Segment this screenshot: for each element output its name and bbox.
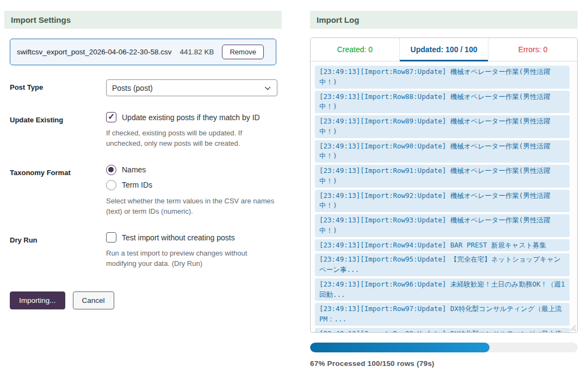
import-button[interactable]: Importing... (10, 291, 65, 309)
radio-label: Term IDs (122, 181, 152, 189)
import-page: Import Settings swiftcsv_export_post_202… (0, 0, 588, 368)
dry-run-checkbox-label: Test import without creating posts (122, 233, 235, 242)
import-settings-form: Post Type Posts (post) Update Existing U… (4, 79, 282, 269)
remove-file-button[interactable]: Remove (222, 45, 263, 59)
taxonomy-format-label: Taxonomy Format (10, 165, 106, 217)
tab-updated[interactable]: Updated: 100 / 100 (400, 38, 489, 61)
log-entry: [23:49:13][Import:Row94:Update] BAR PRES… (315, 239, 570, 252)
import-settings-panel: Import Settings swiftcsv_export_post_202… (4, 11, 282, 368)
file-size: 441.82 KB (180, 48, 214, 56)
radio-label: Names (122, 165, 146, 174)
taxonomy-format-description: Select whether the term values in the CS… (106, 196, 276, 217)
radio-button[interactable] (106, 165, 116, 175)
log-entry: [23:49:13][Import:Row93:Update] 機械オペレーター… (315, 214, 570, 237)
log-container: Created: 0Updated: 100 / 100Errors: 0 [2… (310, 38, 578, 333)
import-log-panel: Import Log Created: 0Updated: 100 / 100E… (310, 11, 578, 368)
update-existing-checkbox-label: Update existing posts if they match by I… (122, 113, 260, 122)
selected-file-box: swiftcsv_export_post_2026-04-06-22-30-58… (10, 39, 276, 65)
dry-run-label: Dry Run (10, 232, 106, 269)
log-entries: [23:49:13][Import:Row87:Update] 機械オペレーター… (315, 66, 570, 332)
taxonomy-format-row: Taxonomy Format NamesTerm IDs Select whe… (10, 165, 276, 217)
log-entry: [23:49:13][Import:Row96:Update] 未経験歓迎！土日… (315, 278, 570, 301)
log-tabs: Created: 0Updated: 100 / 100Errors: 0 (311, 38, 577, 61)
update-existing-checkbox[interactable] (106, 112, 116, 122)
form-buttons: Importing... Cancel (4, 291, 282, 309)
resize-grip[interactable] (570, 325, 575, 331)
log-entry: [23:49:13][Import:Row95:Update] 【完全在宅】ネッ… (315, 253, 570, 276)
file-name: swiftcsv_export_post_2026-04-06-22-30-58… (17, 48, 171, 56)
dry-run-checkbox[interactable] (106, 232, 116, 243)
log-entry: [23:49:13][Import:Row91:Update] 機械オペレーター… (315, 165, 570, 188)
radio-button[interactable] (106, 180, 116, 190)
log-entry: [23:49:13][Import:Row88:Update] 機械オペレーター… (315, 91, 570, 114)
taxonomy-format-option-1[interactable]: Term IDs (106, 180, 276, 190)
update-existing-checkbox-row[interactable]: Update existing posts if they match by I… (106, 112, 276, 122)
progress-status-text: 67% Processed 100/150 rows (79s) (310, 359, 578, 368)
taxonomy-format-option-0[interactable]: Names (106, 165, 276, 175)
update-existing-description: If checked, existing posts will be updat… (106, 128, 276, 149)
log-entry: [23:49:13][Import:Row89:Update] 機械オペレーター… (315, 115, 570, 138)
update-existing-row: Update Existing Update existing posts if… (10, 112, 276, 149)
tab-created[interactable]: Created: 0 (311, 38, 400, 61)
log-entry: [23:49:13][Import:Row97:Update] DX特化型コンサ… (315, 303, 570, 326)
post-type-select[interactable]: Posts (post) (106, 79, 277, 96)
log-entry: [23:49:13][Import:Row92:Update] 機械オペレーター… (315, 190, 570, 213)
log-entry: [23:49:13][Import:Row90:Update] 機械オペレーター… (315, 140, 570, 163)
log-entry: [23:49:13][Import:Row98:Update] DX特化型コンサ… (315, 328, 570, 332)
progress-bar-track (310, 343, 578, 352)
tab-errors[interactable]: Errors: 0 (488, 38, 577, 61)
taxonomy-format-radio-group: NamesTerm IDs (106, 165, 276, 190)
chevron-down-icon (264, 84, 271, 92)
update-existing-label: Update Existing (10, 112, 106, 149)
import-settings-title: Import Settings (4, 11, 282, 29)
cancel-button[interactable]: Cancel (73, 291, 114, 309)
post-type-label: Post Type (10, 79, 106, 96)
dry-run-description: Run a test import to preview changes wit… (106, 249, 276, 269)
import-log-title: Import Log (310, 11, 578, 29)
post-type-row: Post Type Posts (post) (10, 79, 276, 96)
dry-run-row: Dry Run Test import without creating pos… (10, 232, 276, 269)
log-entry: [23:49:13][Import:Row87:Update] 機械オペレーター… (315, 66, 570, 89)
dry-run-checkbox-row[interactable]: Test import without creating posts (106, 232, 276, 243)
post-type-selected-value: Posts (post) (112, 84, 153, 92)
log-area[interactable]: [23:49:13][Import:Row87:Update] 機械オペレーター… (311, 61, 577, 332)
progress-bar-fill (310, 343, 490, 352)
